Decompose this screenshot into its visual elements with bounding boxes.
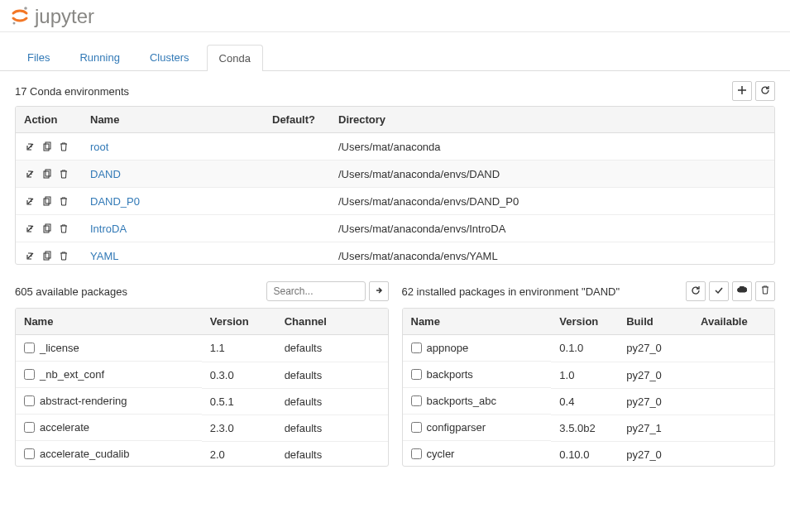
table-row[interactable]: DAND/Users/mat/anaconda/envs/DAND — [16, 161, 774, 188]
copy-icon[interactable] — [41, 249, 54, 262]
refresh-icon — [760, 85, 770, 98]
package-name: backports_abc — [427, 395, 497, 407]
package-name: _nb_ext_conf — [40, 368, 104, 381]
package-checkbox[interactable] — [411, 395, 422, 406]
package-channel: defaults — [276, 335, 388, 362]
environments-section: 17 Conda environments Action Name Defaul… — [0, 71, 790, 265]
environments-title: 17 Conda environments — [15, 85, 129, 98]
package-checkbox[interactable] — [24, 448, 35, 459]
row-actions — [24, 194, 74, 208]
environment-directory: /Users/mat/anaconda/envs/YAML — [330, 242, 774, 265]
open-external-icon[interactable] — [24, 167, 37, 180]
svg-rect-11 — [45, 252, 50, 258]
copy-icon[interactable] — [41, 194, 54, 208]
package-name: _license — [40, 342, 79, 354]
package-version: 1.1 — [202, 335, 276, 362]
installed-header-version: Version — [551, 309, 618, 335]
trash-icon[interactable] — [57, 140, 70, 153]
table-row: _nb_ext_conf0.3.0defaults — [16, 362, 388, 388]
package-checkbox[interactable] — [411, 448, 422, 459]
package-version: 1.0 — [551, 362, 618, 388]
package-checkbox[interactable] — [411, 343, 422, 353]
environment-name-link[interactable]: DAND_P0 — [90, 195, 140, 208]
trash-icon[interactable] — [57, 194, 70, 208]
installed-header-build: Build — [618, 309, 692, 335]
row-actions — [24, 140, 74, 153]
open-external-icon[interactable] — [24, 194, 37, 208]
refresh-installed-button[interactable] — [686, 281, 706, 301]
tab-running[interactable]: Running — [67, 44, 132, 70]
package-name: cycler — [427, 448, 455, 460]
package-available — [692, 388, 774, 415]
tab-files[interactable]: Files — [15, 44, 62, 70]
table-row: configparser3.5.0b2py27_1 — [403, 415, 775, 441]
trash-icon[interactable] — [57, 249, 70, 262]
install-selected-button[interactable] — [369, 281, 389, 301]
environment-name-link[interactable]: IntroDA — [90, 223, 127, 235]
package-version: 2.0 — [202, 441, 276, 466]
open-external-icon[interactable] — [24, 249, 37, 262]
available-header-channel: Channel — [276, 309, 388, 335]
svg-rect-5 — [45, 170, 50, 176]
svg-rect-7 — [45, 197, 50, 204]
svg-rect-10 — [44, 253, 49, 260]
environment-name-link[interactable]: YAML — [90, 250, 118, 262]
package-build: py27_0 — [618, 335, 692, 362]
package-build: py27_1 — [618, 415, 692, 441]
refresh-icon — [691, 285, 701, 298]
tab-clusters[interactable]: Clusters — [137, 44, 202, 70]
row-actions — [24, 249, 74, 262]
table-row[interactable]: root/Users/mat/anaconda — [16, 133, 774, 161]
header-default: Default? — [264, 107, 330, 133]
arrow-right-icon — [375, 285, 383, 297]
environment-name-link[interactable]: root — [90, 141, 108, 153]
trash-icon[interactable] — [57, 222, 70, 235]
table-row: backports_abc0.4py27_0 — [403, 388, 775, 415]
package-checkbox[interactable] — [24, 422, 35, 433]
trash-icon[interactable] — [57, 167, 70, 180]
header-action: Action — [16, 107, 82, 133]
table-row: accelerate2.3.0defaults — [16, 415, 388, 441]
package-available — [692, 415, 774, 441]
package-checkbox[interactable] — [411, 422, 422, 433]
package-build: py27_0 — [618, 388, 692, 415]
package-available — [692, 335, 774, 362]
available-title: 605 available packages — [15, 285, 127, 298]
logo[interactable]: jupyter — [10, 5, 780, 28]
add-environment-button[interactable] — [732, 81, 752, 101]
package-channel: defaults — [276, 441, 388, 466]
plus-icon — [738, 85, 746, 97]
update-packages-button[interactable] — [709, 281, 729, 301]
installed-header-name: Name — [403, 309, 552, 335]
package-checkbox[interactable] — [24, 395, 35, 406]
open-external-icon[interactable] — [24, 222, 37, 235]
copy-icon[interactable] — [41, 222, 54, 235]
package-name: accelerate — [40, 421, 89, 434]
package-version: 0.1.0 — [551, 335, 618, 362]
table-row: cycler0.10.0py27_0 — [403, 441, 775, 466]
table-row[interactable]: DAND_P0/Users/mat/anaconda/envs/DAND_P0 — [16, 188, 774, 215]
open-external-icon[interactable] — [24, 140, 37, 153]
table-row[interactable]: IntroDA/Users/mat/anaconda/envs/IntroDA — [16, 215, 774, 242]
package-checkbox[interactable] — [24, 343, 35, 353]
svg-point-0 — [24, 7, 27, 10]
refresh-environments-button[interactable] — [755, 81, 775, 101]
package-checkbox[interactable] — [411, 369, 422, 380]
environment-name-link[interactable]: DAND — [90, 168, 121, 180]
copy-icon[interactable] — [41, 140, 54, 153]
export-packages-button[interactable] — [732, 281, 752, 301]
svg-rect-6 — [44, 199, 49, 205]
package-checkbox[interactable] — [24, 369, 35, 380]
package-version: 0.4 — [551, 388, 618, 415]
row-actions — [24, 167, 74, 180]
environment-directory: /Users/mat/anaconda/envs/DAND — [330, 161, 774, 188]
copy-icon[interactable] — [41, 167, 54, 180]
package-version: 0.10.0 — [551, 441, 618, 466]
svg-rect-9 — [45, 224, 50, 231]
environments-table: Action Name Default? Directory root/User… — [16, 107, 774, 264]
package-build: py27_0 — [618, 362, 692, 388]
search-input[interactable] — [266, 281, 366, 301]
remove-packages-button[interactable] — [755, 281, 775, 301]
table-row[interactable]: YAML/Users/mat/anaconda/envs/YAML — [16, 242, 774, 265]
tab-conda[interactable]: Conda — [207, 45, 263, 71]
